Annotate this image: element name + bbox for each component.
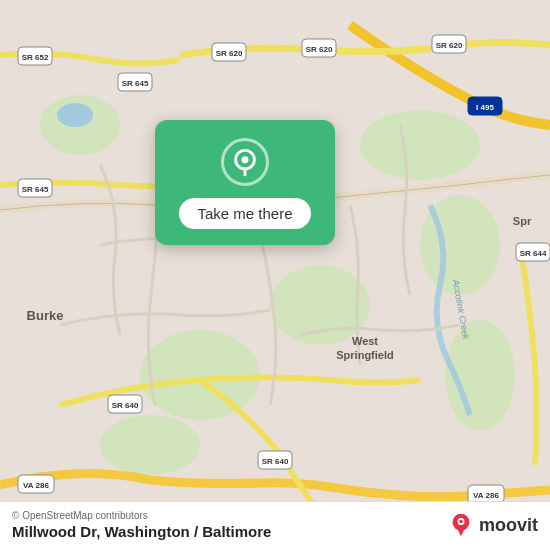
osm-attribution: © OpenStreetMap contributors <box>12 510 271 521</box>
popup-card: Take me there <box>155 120 335 245</box>
location-pin-icon <box>231 148 259 176</box>
svg-point-7 <box>57 103 93 127</box>
sr652-label: SR 652 <box>22 53 49 62</box>
svg-text:SR 645: SR 645 <box>22 185 49 194</box>
svg-point-37 <box>242 156 249 163</box>
svg-text:SR 620: SR 620 <box>216 49 243 58</box>
svg-point-2 <box>270 265 370 345</box>
moovit-logo: moovit <box>447 511 538 539</box>
svg-text:Burke: Burke <box>27 308 64 323</box>
svg-text:SR 620: SR 620 <box>436 41 463 50</box>
svg-text:Spr: Spr <box>513 215 532 227</box>
info-left: © OpenStreetMap contributors Millwood Dr… <box>12 510 271 540</box>
svg-point-1 <box>360 110 480 180</box>
info-bar: © OpenStreetMap contributors Millwood Dr… <box>0 501 550 550</box>
take-me-there-button[interactable]: Take me there <box>179 198 310 229</box>
svg-text:SR 645: SR 645 <box>122 79 149 88</box>
svg-text:VA 286: VA 286 <box>473 491 499 500</box>
svg-point-42 <box>459 520 463 524</box>
moovit-icon <box>447 511 475 539</box>
location-icon-wrap <box>221 138 269 186</box>
map-container: SR 652 SR 620 SR 620 SR 620 SR 645 SR 64… <box>0 0 550 550</box>
moovit-text: moovit <box>479 515 538 536</box>
svg-text:SR 640: SR 640 <box>112 401 139 410</box>
svg-text:VA 286: VA 286 <box>23 481 49 490</box>
svg-text:SR 620: SR 620 <box>306 45 333 54</box>
svg-text:SR 640: SR 640 <box>262 457 289 466</box>
location-title: Millwood Dr, Washington / Baltimore <box>12 523 271 540</box>
svg-point-5 <box>100 415 200 475</box>
svg-text:Springfield: Springfield <box>336 349 393 361</box>
svg-text:SR 644: SR 644 <box>520 249 547 258</box>
map-svg: SR 652 SR 620 SR 620 SR 620 SR 645 SR 64… <box>0 0 550 550</box>
svg-text:West: West <box>352 335 378 347</box>
svg-text:I 495: I 495 <box>476 103 494 112</box>
svg-marker-40 <box>457 528 465 536</box>
